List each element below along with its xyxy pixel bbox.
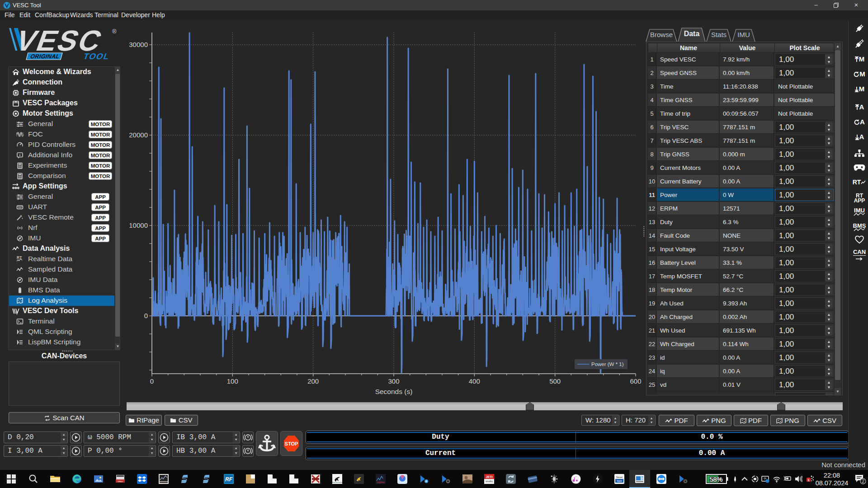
svg-text:RF: RF — [225, 476, 233, 483]
svg-text:10000: 10000 — [129, 221, 148, 229]
svg-text:STOP: STOP — [285, 441, 298, 446]
svg-text:1: 1 — [807, 478, 810, 482]
svg-text:tipps: tipps — [617, 479, 622, 482]
svg-text:58%: 58% — [709, 476, 722, 483]
svg-text:ORIGINAL: ORIGINAL — [29, 53, 61, 60]
svg-text:TOOL: TOOL — [82, 52, 111, 61]
svg-text:600: 600 — [630, 377, 641, 385]
svg-text:300: 300 — [388, 377, 399, 385]
svg-text:200: 200 — [307, 377, 319, 385]
svg-text:studio: studio — [486, 480, 493, 483]
svg-text:2: 2 — [862, 479, 864, 484]
svg-text:400: 400 — [469, 377, 480, 385]
svg-text:Seconds (s): Seconds (s) — [375, 388, 413, 395]
svg-text:500: 500 — [549, 377, 561, 385]
svg-text:Power (W * 1): Power (W * 1) — [591, 361, 624, 367]
svg-text:30000: 30000 — [129, 41, 148, 48]
svg-text:20000: 20000 — [129, 131, 148, 139]
svg-text:100: 100 — [227, 377, 238, 385]
svg-text:0: 0 — [144, 312, 148, 319]
svg-text:JETI: JETI — [486, 475, 493, 479]
svg-text:0: 0 — [150, 377, 154, 385]
svg-text:Steuer: Steuer — [616, 476, 623, 479]
svg-text:LogView: LogView — [377, 481, 385, 483]
svg-text:®: ® — [112, 28, 117, 35]
svg-text:ElsterFormular: ElsterFormular — [332, 482, 343, 483]
svg-text:UMwe: UMwe — [118, 480, 123, 483]
